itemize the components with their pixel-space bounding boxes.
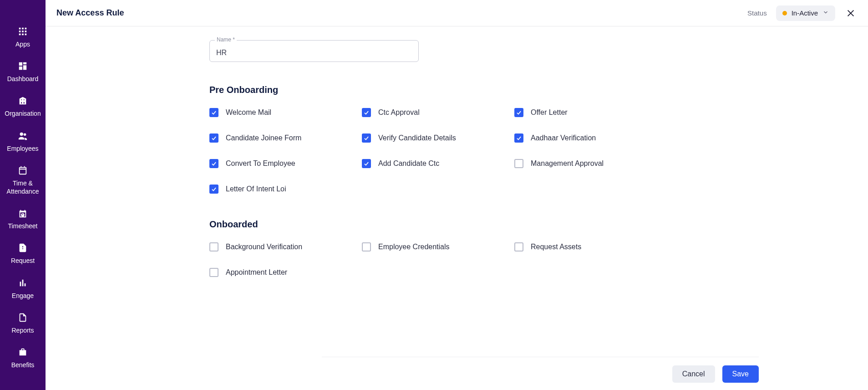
- svg-rect-2: [25, 28, 27, 30]
- sidebar-item-dashboard[interactable]: Dashboard: [0, 56, 46, 91]
- pre-onboarding-grid: Welcome MailCtc ApprovalOffer LetterCand…: [209, 108, 665, 194]
- status-value: In-Active: [792, 9, 818, 17]
- checkbox-item[interactable]: Welcome Mail: [209, 108, 362, 117]
- sidebar-item-apps[interactable]: Apps: [0, 22, 46, 56]
- content: Name * Pre Onboarding Welcome MailCtc Ap…: [46, 26, 868, 390]
- checkbox-item[interactable]: Request Assets: [514, 242, 667, 251]
- sidebar-item-label: Reports: [11, 326, 34, 334]
- svg-rect-5: [25, 31, 27, 32]
- checkbox-unchecked-icon: [209, 242, 218, 251]
- checkbox-label: Convert To Employee: [226, 159, 295, 168]
- benefits-icon: [18, 347, 28, 357]
- checkbox-label: Add Candidate Ctc: [378, 159, 439, 168]
- page-title: New Access Rule: [56, 8, 124, 18]
- svg-point-14: [24, 133, 26, 136]
- footer: Cancel Save: [322, 357, 759, 383]
- sidebar-item-label: Dashboard: [7, 75, 39, 83]
- name-input[interactable]: [209, 40, 419, 62]
- svg-point-13: [20, 132, 23, 135]
- sidebar-item-time-attendance[interactable]: Time & Attendance: [0, 161, 46, 204]
- checkbox-checked-icon: [362, 133, 371, 143]
- checkbox-label: Background Verification: [226, 243, 302, 251]
- checkbox-label: Management Approval: [531, 159, 604, 168]
- svg-rect-0: [19, 28, 21, 30]
- checkbox-checked-icon: [514, 133, 523, 143]
- checkbox-item[interactable]: Ctc Approval: [362, 108, 514, 117]
- sidebar-item-reports[interactable]: Reports: [0, 308, 46, 343]
- sidebar-item-label: Benefits: [11, 361, 35, 369]
- organisation-icon: [18, 96, 28, 106]
- apps-icon: [18, 26, 28, 36]
- checkbox-label: Letter Of Intent Loi: [226, 185, 286, 193]
- checkbox-item[interactable]: Candidate Joinee Form: [209, 133, 362, 143]
- header-right: Status In-Active: [747, 5, 857, 21]
- checkbox-checked-icon: [362, 108, 371, 117]
- checkbox-label: Request Assets: [531, 243, 581, 251]
- checkbox-label: Appointment Letter: [226, 268, 287, 277]
- sidebar-item-label: Request: [11, 257, 35, 265]
- checkbox-unchecked-icon: [514, 159, 523, 168]
- section-title-pre-onboarding: Pre Onboarding: [209, 85, 665, 95]
- sidebar-item-request[interactable]: Request: [0, 238, 46, 273]
- checkbox-checked-icon: [209, 133, 218, 143]
- svg-rect-11: [23, 65, 26, 70]
- checkbox-item[interactable]: Add Candidate Ctc: [362, 159, 514, 168]
- section-title-onboarded: Onboarded: [209, 219, 665, 230]
- main: New Access Rule Status In-Active: [46, 0, 868, 390]
- svg-rect-3: [19, 31, 21, 32]
- engage-icon: [18, 278, 28, 288]
- timesheet-icon: [18, 208, 28, 218]
- chevron-down-icon: [822, 9, 829, 17]
- sidebar-item-benefits[interactable]: Benefits: [0, 343, 46, 377]
- svg-rect-10: [23, 62, 26, 65]
- checkbox-item[interactable]: Appointment Letter: [209, 268, 362, 277]
- cancel-button[interactable]: Cancel: [672, 365, 715, 383]
- sidebar-item-label: Organisation: [5, 109, 41, 118]
- checkbox-item[interactable]: Employee Credentials: [362, 242, 514, 251]
- close-button[interactable]: [844, 7, 857, 20]
- checkbox-label: Candidate Joinee Form: [226, 134, 301, 142]
- checkbox-checked-icon: [514, 108, 523, 117]
- sidebar-item-organisation[interactable]: Organisation: [0, 91, 46, 126]
- name-field-label: Name *: [215, 36, 237, 43]
- checkbox-checked-icon: [209, 108, 218, 117]
- employees-icon: [18, 131, 28, 141]
- checkbox-label: Verify Candidate Details: [378, 134, 456, 142]
- checkbox-unchecked-icon: [514, 242, 523, 251]
- sidebar-item-employees[interactable]: Employees: [0, 126, 46, 161]
- sidebar-item-engage[interactable]: Engage: [0, 273, 46, 308]
- svg-rect-6: [19, 34, 21, 36]
- sidebar-item-timesheet[interactable]: Timesheet: [0, 204, 46, 238]
- checkbox-item[interactable]: Verify Candidate Details: [362, 133, 514, 143]
- status-label: Status: [747, 9, 767, 17]
- checkbox-checked-icon: [209, 159, 218, 168]
- sidebar-item-label: Timesheet: [8, 222, 38, 230]
- sidebar: Apps Dashboard Organisation Employees Ti…: [0, 0, 46, 390]
- checkbox-label: Welcome Mail: [226, 108, 271, 117]
- dashboard-icon: [18, 61, 28, 71]
- header: New Access Rule Status In-Active: [46, 0, 868, 26]
- sidebar-item-label: Apps: [15, 40, 30, 48]
- svg-rect-4: [22, 31, 24, 32]
- checkbox-item[interactable]: Offer Letter: [514, 108, 667, 117]
- checkbox-item[interactable]: Background Verification: [209, 242, 362, 251]
- checkbox-item[interactable]: Letter Of Intent Loi: [209, 185, 362, 194]
- name-field-wrapper: Name *: [209, 40, 419, 62]
- checkbox-item[interactable]: Management Approval: [514, 159, 667, 168]
- svg-rect-8: [25, 34, 27, 36]
- checkbox-checked-icon: [209, 185, 218, 194]
- save-button[interactable]: Save: [722, 365, 759, 383]
- calendar-icon: [18, 165, 28, 175]
- status-dropdown[interactable]: In-Active: [776, 5, 835, 21]
- checkbox-item[interactable]: Aadhaar Verification: [514, 133, 667, 143]
- checkbox-label: Aadhaar Verification: [531, 134, 596, 142]
- onboarded-grid: Background VerificationEmployee Credenti…: [209, 242, 665, 277]
- reports-icon: [18, 313, 28, 323]
- checkbox-label: Employee Credentials: [378, 243, 450, 251]
- svg-rect-12: [19, 67, 22, 70]
- checkbox-label: Offer Letter: [531, 108, 568, 117]
- svg-rect-1: [22, 28, 24, 30]
- svg-rect-7: [22, 34, 24, 36]
- checkbox-item[interactable]: Convert To Employee: [209, 159, 362, 168]
- checkbox-checked-icon: [362, 159, 371, 168]
